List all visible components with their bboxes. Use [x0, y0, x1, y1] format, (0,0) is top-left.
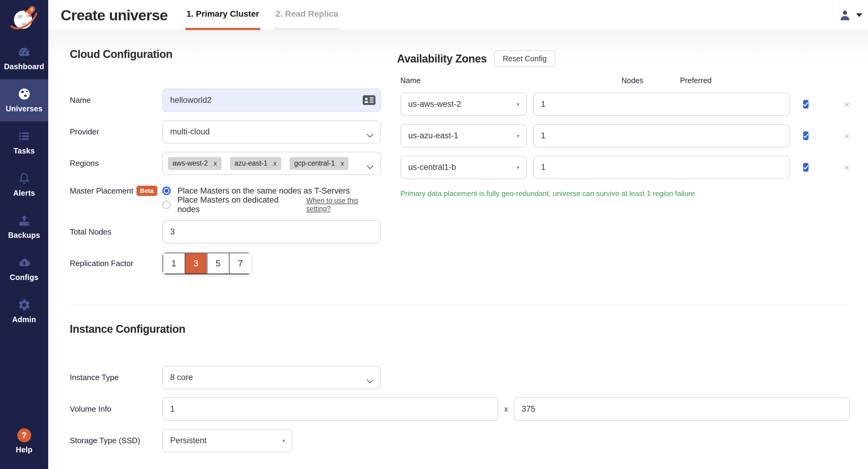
sidebar-item-label: Configs: [10, 273, 38, 282]
total-nodes-label: Total Nodes: [70, 227, 162, 237]
chevron-down-icon: [366, 162, 374, 171]
provider-label: Provider: [70, 127, 162, 136]
yugabyte-logo[interactable]: [0, 0, 48, 37]
tab-read-replica[interactable]: 2. Read Replica: [274, 0, 339, 30]
rf-option-7[interactable]: 7: [229, 253, 251, 274]
regions-label: Regions: [70, 159, 162, 168]
sidebar-item-label: Alerts: [13, 189, 35, 197]
storage-type-label: Storage Type (SSD): [70, 436, 162, 445]
az-name-select[interactable]: us-azu-east-1 ▾: [400, 124, 527, 148]
az-name-value: us-aws-west-2: [408, 99, 461, 109]
page-title: Create universe: [61, 7, 168, 24]
replication-factor-row: Replication Factor 1 3 5 7: [70, 252, 381, 275]
sidebar-item-tasks[interactable]: Tasks: [0, 121, 48, 163]
az-nodes-input[interactable]: [533, 93, 790, 116]
storage-type-row: Storage Type (SSD) Persistent ▾: [70, 429, 850, 452]
remove-region-icon[interactable]: x: [341, 160, 344, 167]
region-chip: azu-east-1 x: [230, 157, 281, 170]
instance-type-select[interactable]: 8 core: [162, 366, 381, 389]
chevron-down-icon: [366, 376, 374, 385]
az-row: us-aws-west-2 ▾ ×: [397, 93, 850, 116]
provider-select[interactable]: multi-cloud: [162, 120, 381, 144]
task-list-icon: [17, 129, 32, 143]
page-header: Create universe 1. Primary Cluster 2. Re…: [48, 0, 868, 30]
reset-config-button[interactable]: Reset Config: [494, 50, 556, 67]
regions-row: Regions aws-west-2 x azu-east-1 x: [70, 152, 381, 175]
storage-type-select[interactable]: Persistent ▾: [162, 429, 292, 452]
sidebar-item-label: Help: [16, 445, 32, 454]
region-chip-label: aws-west-2: [173, 159, 208, 167]
sidebar-item-admin[interactable]: Admin: [0, 290, 48, 332]
preferred-checkbox-checked[interactable]: [803, 100, 809, 108]
instance-type-row: Instance Type 8 core: [70, 366, 850, 389]
az-nodes-input[interactable]: [533, 156, 790, 179]
globe-rocket-logo-icon: [10, 4, 39, 33]
volume-separator: x: [504, 405, 508, 413]
region-chip: gcp-central-1 x: [290, 157, 348, 170]
cloud-upload-icon: [17, 256, 32, 270]
gear-icon: [17, 298, 32, 312]
radio-option-dedicated-nodes[interactable]: Place Masters on dedicated nodes When to…: [162, 198, 381, 212]
section-heading: Cloud Configuration: [70, 48, 381, 61]
master-placement-options: Place Masters on the same nodes as T-Ser…: [162, 183, 381, 212]
total-nodes-input[interactable]: [162, 220, 381, 244]
radio-unselected-icon[interactable]: [162, 200, 171, 209]
radio-label: Place Masters on dedicated nodes: [178, 195, 297, 214]
regions-multiselect[interactable]: aws-west-2 x azu-east-1 x gcp-central-1 …: [162, 152, 381, 175]
sidebar-item-dashboard[interactable]: Dashboard: [0, 37, 48, 79]
instance-type-value: 8 core: [170, 373, 193, 382]
master-placement-row: Master PlacementBeta Place Masters on th…: [70, 183, 381, 212]
sidebar-item-backups[interactable]: Backups: [0, 206, 48, 248]
form-content: Cloud Configuration Name Provider: [48, 30, 868, 469]
user-avatar-icon: [839, 9, 851, 22]
az-name-select[interactable]: us-central1-b ▾: [400, 156, 527, 179]
sidebar-item-label: Dashboard: [4, 62, 44, 71]
radio-label: Place Masters on the same nodes as T-Ser…: [178, 186, 350, 196]
section-heading: Instance Configuration: [70, 323, 850, 336]
rf-option-1[interactable]: 1: [162, 253, 185, 274]
tab-primary-cluster[interactable]: 1. Primary Cluster: [185, 0, 260, 30]
remove-az-icon[interactable]: ×: [844, 131, 850, 141]
rf-option-5[interactable]: 5: [207, 253, 229, 274]
az-nodes-input[interactable]: [533, 124, 790, 148]
when-to-use-link[interactable]: When to use this setting?: [306, 196, 381, 213]
az-name-select[interactable]: us-aws-west-2 ▾: [400, 93, 527, 116]
master-placement-text: Master Placement: [70, 186, 133, 195]
geo-redundancy-status-message: Primary data placement is fully geo-redu…: [400, 189, 850, 198]
main-area: Create universe 1. Primary Cluster 2. Re…: [48, 0, 868, 469]
sidebar-item-configs[interactable]: Configs: [0, 248, 48, 290]
caret-down-icon: ▾: [517, 101, 520, 108]
app-root: Dashboard Universes Tasks A: [0, 0, 868, 469]
globe-icon: [17, 87, 32, 101]
master-placement-label: Master PlacementBeta: [70, 183, 162, 196]
universe-name-input[interactable]: [162, 89, 381, 112]
sidebar-item-alerts[interactable]: Alerts: [0, 163, 48, 206]
replication-factor-group: 1 3 5 7: [162, 252, 251, 275]
sidebar-item-help[interactable]: ? Help: [0, 428, 48, 465]
az-row: us-azu-east-1 ▾ ×: [397, 124, 850, 148]
replication-factor-label: Replication Factor: [70, 259, 162, 268]
backup-upload-icon: [17, 214, 32, 227]
az-column-headers: Name Nodes Preferred: [400, 76, 850, 85]
sidebar-item-universes[interactable]: Universes: [0, 79, 48, 121]
az-name-value: us-azu-east-1: [408, 131, 458, 140]
az-col-nodes: Nodes: [621, 76, 680, 85]
remove-region-icon[interactable]: x: [273, 160, 277, 167]
volume-size-input[interactable]: [514, 398, 850, 421]
preferred-checkbox-checked[interactable]: [803, 163, 809, 172]
region-chip-label: azu-east-1: [235, 159, 268, 167]
radio-selected-icon[interactable]: [162, 187, 171, 195]
chevron-down-icon: [366, 130, 374, 140]
user-menu[interactable]: [832, 0, 868, 30]
rf-option-3[interactable]: 3: [185, 253, 207, 274]
sidebar-item-label: Universes: [6, 104, 42, 113]
volume-count-input[interactable]: [162, 398, 498, 421]
preferred-checkbox-checked[interactable]: [803, 131, 809, 140]
region-chip-label: gcp-central-1: [294, 159, 335, 167]
remove-region-icon[interactable]: x: [214, 160, 217, 167]
remove-az-icon[interactable]: ×: [844, 99, 850, 110]
instance-configuration-section: Instance Configuration Instance Type 8 c…: [48, 305, 868, 452]
remove-az-icon[interactable]: ×: [844, 162, 850, 173]
autofill-contact-icon: [363, 95, 375, 106]
check-icon: [803, 165, 809, 169]
